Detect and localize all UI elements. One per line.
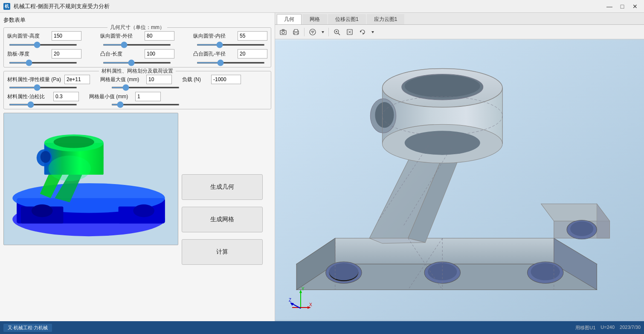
load-label: 负载 (N) bbox=[182, 76, 208, 83]
geometry-row-1: 纵向圆管-高度 纵向圆管-外径 纵向圆管-内径 bbox=[7, 31, 267, 41]
poisson-input[interactable] bbox=[53, 92, 79, 101]
param-vert-outer: 纵向圆管-外径 bbox=[100, 31, 174, 41]
vert-height-slider[interactable] bbox=[9, 44, 77, 46]
action-buttons: 生成几何 生成网格 计算 bbox=[182, 113, 271, 318]
app-icon: 机 bbox=[3, 3, 10, 10]
bottom-area: 生成几何 生成网格 计算 bbox=[3, 113, 271, 318]
view-toolbar bbox=[275, 25, 644, 39]
toolbar-sep-1 bbox=[304, 28, 305, 36]
svg-point-11 bbox=[41, 151, 51, 163]
taskbar-info-3: 2023/7/30 bbox=[620, 325, 641, 331]
svg-text:Y: Y bbox=[302, 287, 305, 291]
generate-geometry-button[interactable]: 生成几何 bbox=[182, 174, 263, 200]
material-row-2: 材料属性-泊松比 网格最小值 (mm) bbox=[7, 92, 267, 101]
vert-outer-slider[interactable] bbox=[103, 44, 171, 46]
boss-length-input[interactable] bbox=[145, 49, 174, 59]
svg-marker-19 bbox=[282, 29, 284, 30]
filter-button[interactable] bbox=[307, 26, 318, 38]
svg-marker-27 bbox=[322, 31, 324, 33]
svg-point-18 bbox=[282, 31, 284, 34]
material-row-1: 材料属性-弹性模量 (Pa) 网格最大值 (mm) 负载 (N) bbox=[7, 75, 267, 84]
view-tabs: 几何 网格 位移云图1 应力云图1 bbox=[275, 13, 644, 25]
fit-view-button[interactable] bbox=[344, 26, 355, 38]
fea-thumbnail bbox=[3, 113, 178, 245]
titlebar-left: 机 机械工程-侧面开孔不规则支座受力分析 bbox=[3, 3, 110, 10]
param-boss-hole: 凸台圆孔-半径 bbox=[193, 49, 267, 59]
titlebar-controls: — □ ✕ bbox=[604, 2, 641, 11]
tab-geometry[interactable]: 几何 bbox=[277, 14, 302, 24]
tab-mesh[interactable]: 网格 bbox=[302, 14, 327, 24]
mesh-min-label: 网格最小值 (mm) bbox=[89, 93, 132, 100]
rib-slider[interactable] bbox=[9, 62, 77, 64]
right-panel: 几何 网格 位移云图1 应力云图1 bbox=[275, 13, 644, 321]
vert-inner-slider[interactable] bbox=[197, 44, 265, 46]
rib-input[interactable] bbox=[52, 49, 81, 59]
toolbar-sep-2 bbox=[328, 28, 329, 36]
taskbar-app-label: 又·机械工程·力机械 bbox=[8, 325, 48, 330]
boss-length-label: 凸台-长度 bbox=[100, 50, 143, 58]
fea-model-svg bbox=[4, 113, 178, 245]
mesh-max-input[interactable] bbox=[146, 75, 172, 84]
boss-hole-input[interactable] bbox=[238, 49, 267, 59]
camera-button[interactable] bbox=[278, 26, 289, 38]
left-panel: 参数表单 几何尺寸（单位：mm） 纵向圆管-高度 纵向圆管-外径 bbox=[0, 13, 275, 321]
svg-text:Z: Z bbox=[289, 298, 291, 302]
vert-outer-label: 纵向圆管-外径 bbox=[100, 32, 143, 40]
svg-rect-21 bbox=[294, 29, 298, 32]
param-vert-inner: 纵向圆管-内径 bbox=[193, 31, 267, 41]
rotate-dropdown-button[interactable] bbox=[370, 26, 376, 38]
taskbar-app-item[interactable]: 又·机械工程·力机械 bbox=[3, 324, 52, 332]
vert-height-input[interactable] bbox=[52, 31, 81, 41]
geometry-row-2: 肋板-厚度 凸台-长度 凸台圆孔-半径 bbox=[7, 49, 267, 59]
minimize-button[interactable]: — bbox=[604, 2, 615, 11]
param-boss-length: 凸台-长度 bbox=[100, 49, 174, 59]
vert-inner-label: 纵向圆管-内径 bbox=[193, 32, 236, 40]
rib-label: 肋板-厚度 bbox=[7, 50, 50, 58]
zoom-in-button[interactable] bbox=[331, 26, 342, 38]
param-rib: 肋板-厚度 bbox=[7, 49, 81, 59]
load-input[interactable] bbox=[211, 75, 241, 84]
geometry-section: 几何尺寸（单位：mm） 纵向圆管-高度 纵向圆管-外径 bbox=[3, 27, 271, 67]
svg-marker-87 bbox=[290, 302, 294, 306]
poisson-slider[interactable] bbox=[9, 104, 77, 105]
mesh-max-slider[interactable] bbox=[111, 87, 180, 88]
taskbar-info-1: 用移图U1 bbox=[575, 325, 595, 331]
restore-button[interactable]: □ bbox=[617, 2, 628, 11]
taskbar-right-info: 用移图U1 U=240 2023/7/30 bbox=[575, 325, 641, 331]
3d-view-area[interactable]: Y X Z bbox=[275, 39, 644, 321]
svg-point-15 bbox=[32, 205, 53, 217]
print-button[interactable] bbox=[290, 26, 302, 38]
svg-point-62 bbox=[405, 131, 480, 155]
material-section: 材料属性、网格划分及载荷设置 材料属性-弹性模量 (Pa) 网格最大值 (mm)… bbox=[3, 71, 271, 109]
geometry-section-title: 几何尺寸（单位：mm） bbox=[107, 24, 167, 31]
calculate-button[interactable]: 计算 bbox=[182, 239, 263, 265]
svg-point-71 bbox=[570, 222, 593, 236]
vert-outer-input[interactable] bbox=[145, 31, 174, 41]
main-container: 参数表单 几何尺寸（单位：mm） 纵向圆管-高度 纵向圆管-外径 bbox=[0, 13, 644, 321]
boss-length-slider[interactable] bbox=[103, 62, 171, 64]
svg-marker-37 bbox=[371, 31, 374, 33]
param-tab-label: 参数表单 bbox=[3, 16, 271, 24]
mesh-min-slider[interactable] bbox=[111, 104, 180, 105]
poisson-label: 材料属性-泊松比 bbox=[7, 93, 50, 100]
filter-dropdown-button[interactable] bbox=[320, 26, 326, 38]
axis-indicator: Y X Z bbox=[288, 287, 313, 313]
tab-stress[interactable]: 应力云图1 bbox=[367, 14, 405, 24]
boss-hole-label: 凸台圆孔-半径 bbox=[193, 50, 236, 58]
tab-displacement[interactable]: 位移云图1 bbox=[328, 14, 366, 24]
mesh-min-input[interactable] bbox=[135, 92, 161, 101]
titlebar: 机 机械工程-侧面开孔不规则支座受力分析 — □ ✕ bbox=[0, 0, 644, 13]
elastic-slider[interactable] bbox=[9, 87, 77, 88]
taskbar-info-2: U=240 bbox=[600, 325, 615, 331]
boss-hole-slider[interactable] bbox=[197, 62, 265, 64]
vert-inner-input[interactable] bbox=[238, 31, 267, 41]
svg-rect-22 bbox=[294, 33, 298, 35]
close-button[interactable]: ✕ bbox=[629, 2, 641, 11]
rotate-button[interactable] bbox=[357, 26, 368, 38]
svg-marker-40 bbox=[296, 238, 597, 264]
elastic-label: 材料属性-弹性模量 (Pa) bbox=[7, 76, 61, 83]
generate-mesh-button[interactable]: 生成网格 bbox=[182, 207, 263, 232]
svg-point-16 bbox=[133, 205, 154, 217]
3d-model-svg bbox=[275, 39, 644, 321]
elastic-input[interactable] bbox=[64, 75, 90, 84]
